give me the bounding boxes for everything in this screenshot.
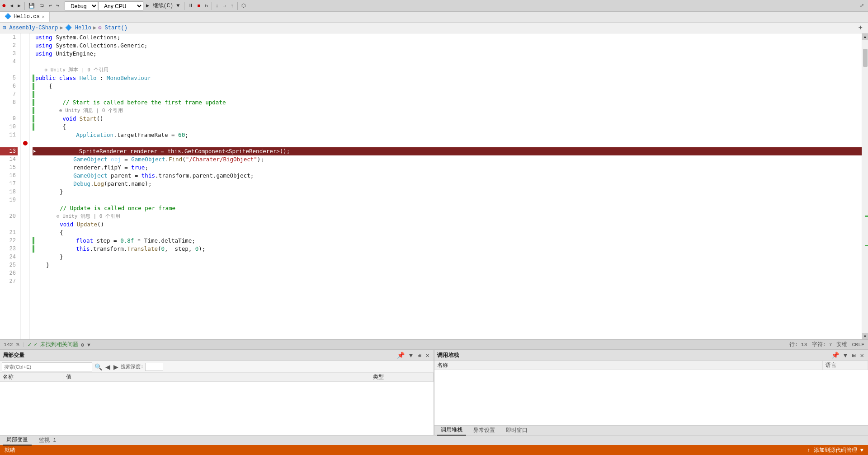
code-line-hint2: ⊕ Unity 消息 | 0 个引用 xyxy=(33,107,862,115)
locals-body xyxy=(0,382,434,435)
restart-btn[interactable]: ↻ xyxy=(203,2,210,9)
locals-columns: 名称 值 类型 xyxy=(0,373,434,382)
code-editor[interactable]: using System.Collections; using System.C… xyxy=(30,33,862,339)
col-header-type: 类型 xyxy=(370,373,434,381)
back-btn[interactable]: ◀ xyxy=(8,2,16,9)
code-line-12 xyxy=(33,139,862,147)
tab-close-btn[interactable]: ✕ xyxy=(42,14,45,19)
status-dropdown[interactable]: ⚙ ▼ xyxy=(81,342,90,348)
locals-search-btn[interactable]: 🔍 xyxy=(94,362,103,371)
callstack-columns: 名称 语言 xyxy=(434,361,868,370)
app-icon: ● xyxy=(2,2,6,10)
current-line-arrow: ➤ xyxy=(33,147,36,155)
locals-panel-titlebar: 局部变量 📌 ▼ ⊞ ✕ xyxy=(0,350,434,361)
callstack-arrow-btn[interactable]: ▼ xyxy=(842,352,849,359)
scroll-marker-2 xyxy=(865,245,868,246)
minimap[interactable]: ▲ ▼ xyxy=(862,33,868,339)
debug-config-dropdown[interactable]: Debug xyxy=(65,1,98,10)
code-line-7 xyxy=(33,90,862,99)
locals-depth-input[interactable] xyxy=(145,363,163,371)
continue-btn[interactable]: ▶ 继续(C) ▼ xyxy=(143,1,182,10)
editor-gutter xyxy=(21,33,30,339)
code-line-5: public class Hello : MonoBehaviour xyxy=(33,74,862,82)
btab-watch[interactable]: 监视 1 xyxy=(35,436,60,445)
breadcrumb-assembly[interactable]: ⊟ Assembly-CSharp xyxy=(3,24,58,31)
scroll-down-arrow[interactable]: ▼ xyxy=(862,333,868,339)
breadcrumb-sep2: ▶ xyxy=(93,24,96,31)
breadcrumb: ⊟ Assembly-CSharp ▶ 🔷 Hello ▶ ⚙ Start() … xyxy=(0,23,868,33)
code-line-10: { xyxy=(33,123,862,131)
code-line-16: GameObject parent = this.transform.paren… xyxy=(33,172,862,180)
tabbar: 🔷 Hello.cs ✕ xyxy=(0,12,868,23)
editor-container: 1 2 3 4 5 6 7 8 9 10 11 13 14 15 16 17 1… xyxy=(0,33,868,339)
forward-btn[interactable]: ▶ xyxy=(15,2,23,9)
col-header-value: 值 xyxy=(63,373,370,381)
breadcrumb-method[interactable]: ⚙ Start() xyxy=(98,24,127,31)
callstack-pin-btn[interactable]: 📌 xyxy=(830,352,840,359)
btab-locals[interactable]: 局部变量 xyxy=(3,435,32,446)
line-info: 行: 13 xyxy=(789,341,807,348)
class-icon: 🔷 xyxy=(65,25,72,31)
locals-forward-btn[interactable]: ▶ xyxy=(113,362,119,371)
line-numbers: 1 2 3 4 5 6 7 8 9 10 11 13 14 15 16 17 1… xyxy=(0,33,21,339)
step-over-btn[interactable]: → xyxy=(221,2,228,9)
code-line-1: using System.Collections; xyxy=(33,33,862,42)
stop-btn[interactable]: ■ xyxy=(195,2,203,9)
save-all-btn[interactable]: 🗂 xyxy=(37,2,47,9)
undo-btn[interactable]: ↩ xyxy=(47,2,54,9)
tab-hello-cs[interactable]: 🔷 Hello.cs ✕ xyxy=(0,12,50,22)
locals-search-input[interactable] xyxy=(2,362,92,371)
add-tab-btn[interactable]: + xyxy=(855,24,865,32)
code-line-26: } xyxy=(33,261,862,269)
callstack-body xyxy=(434,370,868,425)
app-status: 就绪 xyxy=(5,446,15,454)
step-into-btn[interactable]: ↓ xyxy=(213,2,221,9)
code-line-3: using UnityEngine; xyxy=(33,50,862,58)
locals-panel-title: 局部变量 xyxy=(3,352,394,359)
code-line-2: using System.Collections.Generic; xyxy=(33,42,862,50)
btab-callstack[interactable]: 调用堆栈 xyxy=(437,425,466,436)
bottom-panels: 局部变量 📌 ▼ ⊞ ✕ 🔍 ◀ ▶ 搜索深度: 名称 值 类型 调用堆栈 📌 xyxy=(0,349,868,435)
col-callstack-name: 名称 xyxy=(434,361,823,370)
breakpoint-indicator[interactable] xyxy=(23,141,28,145)
locals-pin-btn[interactable]: 📌 xyxy=(396,352,406,359)
callstack-float-btn[interactable]: ⊞ xyxy=(850,352,857,359)
code-line-9: void Start() xyxy=(33,115,862,123)
btab-immediate[interactable]: 即时窗口 xyxy=(502,426,531,435)
locals-toolbar: 🔍 ◀ ▶ 搜索深度: xyxy=(0,361,434,373)
col-header-name: 名称 xyxy=(0,373,63,381)
maximize-btn[interactable]: ⤢ xyxy=(858,2,866,9)
code-line-14: GameObject obj = GameObject.Find("/Chara… xyxy=(33,155,862,164)
scroll-up-arrow[interactable]: ▲ xyxy=(862,33,868,40)
callstack-close-btn[interactable]: ✕ xyxy=(859,352,865,359)
add-source-btn[interactable]: ↑ 添加到源代码管理 ▼ xyxy=(807,446,863,454)
locals-arrow-btn[interactable]: ▼ xyxy=(408,352,414,359)
code-line-13: ➤ SpriteRenderer renderer = this.GetComp… xyxy=(33,147,862,155)
breakpoints-btn[interactable]: ⬡ xyxy=(239,2,248,9)
callstack-panel: 调用堆栈 📌 ▼ ⊞ ✕ 名称 语言 调用堆栈 异常设置 即时窗口 xyxy=(434,350,868,435)
locals-panel: 局部变量 📌 ▼ ⊞ ✕ 🔍 ◀ ▶ 搜索深度: 名称 值 类型 xyxy=(0,350,434,435)
cpu-dropdown[interactable]: Any CPU xyxy=(98,1,143,10)
locals-float-btn[interactable]: ⊞ xyxy=(416,352,422,359)
zoom-level: 142 % xyxy=(4,342,19,347)
code-line-21: void Update() xyxy=(33,220,862,229)
code-line-hint1: ⊕ Unity 脚本 | 0 个引用 xyxy=(33,66,862,74)
step-out-btn[interactable]: ↑ xyxy=(228,2,236,9)
status-right: 行: 13 字符: 7 安维 CRLF xyxy=(789,341,864,348)
scroll-thumb[interactable] xyxy=(863,49,868,67)
bottom-panel-tabs: 局部变量 监视 1 xyxy=(0,435,868,445)
callstack-panel-title: 调用堆栈 xyxy=(437,352,828,359)
redo-btn[interactable]: ↪ xyxy=(54,2,61,9)
code-line-11: Application.targetFrameRate = 60; xyxy=(33,131,862,139)
callstack-tabs: 调用堆栈 异常设置 即时窗口 xyxy=(434,425,868,435)
pause-btn[interactable]: ⏸ xyxy=(186,2,195,9)
locals-back-btn[interactable]: ◀ xyxy=(104,362,111,371)
locals-close-btn[interactable]: ✕ xyxy=(425,352,431,359)
no-issues-icon: ✓ xyxy=(28,341,31,348)
encoding-info: 安维 xyxy=(836,341,847,348)
breadcrumb-class[interactable]: 🔷 Hello xyxy=(65,24,91,31)
status-separator-1: | xyxy=(22,342,25,347)
save-btn[interactable]: 💾 xyxy=(26,2,37,9)
btab-exceptions[interactable]: 异常设置 xyxy=(470,426,499,435)
titlebar: ● ◀ ▶ 💾 🗂 ↩ ↪ Debug Any CPU ▶ 继续(C) ▼ ⏸ … xyxy=(0,0,868,12)
